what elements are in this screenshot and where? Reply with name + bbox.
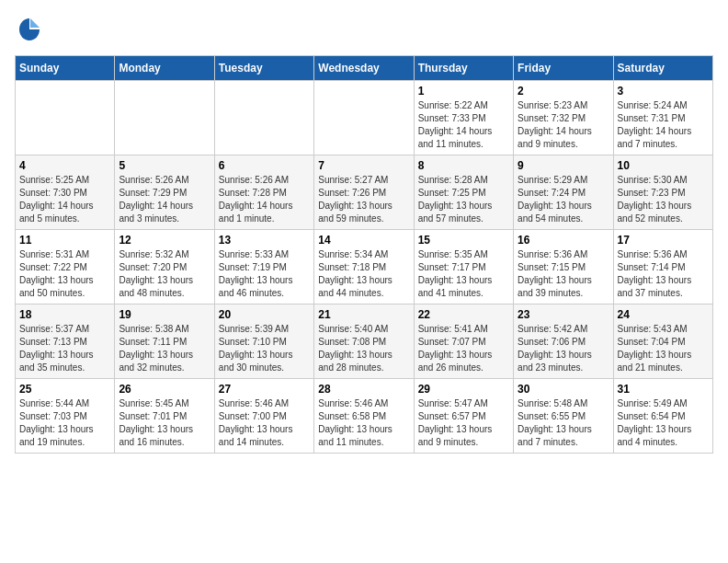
week-row-4: 18Sunrise: 5:37 AMSunset: 7:13 PMDayligh… xyxy=(16,304,713,379)
day-info: Sunrise: 5:39 AMSunset: 7:10 PMDaylight:… xyxy=(219,323,310,374)
day-info: Sunrise: 5:23 AMSunset: 7:32 PMDaylight:… xyxy=(518,99,609,151)
day-info: Sunrise: 5:26 AMSunset: 7:29 PMDaylight:… xyxy=(119,174,210,225)
day-number: 8 xyxy=(418,159,509,172)
day-number: 29 xyxy=(418,383,509,396)
day-info: Sunrise: 5:40 AMSunset: 7:08 PMDaylight:… xyxy=(318,323,409,374)
calendar-cell: 12Sunrise: 5:32 AMSunset: 7:20 PMDayligh… xyxy=(115,230,214,304)
day-info: Sunrise: 5:46 AMSunset: 6:58 PMDaylight:… xyxy=(318,397,409,449)
day-number: 7 xyxy=(318,159,409,172)
day-info: Sunrise: 5:43 AMSunset: 7:04 PMDaylight:… xyxy=(618,323,709,374)
day-info: Sunrise: 5:36 AMSunset: 7:14 PMDaylight:… xyxy=(618,248,709,300)
calendar-cell: 14Sunrise: 5:34 AMSunset: 7:18 PMDayligh… xyxy=(314,230,414,304)
day-number: 15 xyxy=(418,234,509,247)
day-info: Sunrise: 5:29 AMSunset: 7:24 PMDaylight:… xyxy=(518,174,609,225)
day-number: 17 xyxy=(618,234,709,247)
calendar-cell: 23Sunrise: 5:42 AMSunset: 7:06 PMDayligh… xyxy=(514,304,613,379)
day-number: 5 xyxy=(119,159,210,172)
day-number: 23 xyxy=(518,308,609,321)
day-number: 31 xyxy=(618,383,709,396)
day-info: Sunrise: 5:36 AMSunset: 7:15 PMDaylight:… xyxy=(518,248,609,300)
day-info: Sunrise: 5:37 AMSunset: 7:13 PMDaylight:… xyxy=(19,323,110,374)
calendar-cell: 4Sunrise: 5:25 AMSunset: 7:30 PMDaylight… xyxy=(16,155,115,230)
calendar-cell: 9Sunrise: 5:29 AMSunset: 7:24 PMDaylight… xyxy=(514,155,613,230)
day-info: Sunrise: 5:45 AMSunset: 7:01 PMDaylight:… xyxy=(119,397,210,449)
day-info: Sunrise: 5:38 AMSunset: 7:11 PMDaylight:… xyxy=(119,323,210,374)
logo xyxy=(15,15,48,44)
day-number: 9 xyxy=(518,159,609,172)
calendar-cell: 7Sunrise: 5:27 AMSunset: 7:26 PMDaylight… xyxy=(314,155,414,230)
day-info: Sunrise: 5:49 AMSunset: 6:54 PMDaylight:… xyxy=(618,397,709,449)
calendar-cell: 16Sunrise: 5:36 AMSunset: 7:15 PMDayligh… xyxy=(514,230,613,304)
calendar-cell: 11Sunrise: 5:31 AMSunset: 7:22 PMDayligh… xyxy=(16,230,115,304)
calendar-cell xyxy=(314,81,414,155)
calendar-cell: 26Sunrise: 5:45 AMSunset: 7:01 PMDayligh… xyxy=(115,379,214,454)
calendar-cell: 20Sunrise: 5:39 AMSunset: 7:10 PMDayligh… xyxy=(214,304,313,379)
calendar-cell: 8Sunrise: 5:28 AMSunset: 7:25 PMDaylight… xyxy=(414,155,513,230)
day-number: 30 xyxy=(518,383,609,396)
week-row-2: 4Sunrise: 5:25 AMSunset: 7:30 PMDaylight… xyxy=(16,155,713,230)
header-saturday: Saturday xyxy=(613,56,712,81)
day-number: 6 xyxy=(219,159,310,172)
calendar-cell: 13Sunrise: 5:33 AMSunset: 7:19 PMDayligh… xyxy=(214,230,313,304)
day-info: Sunrise: 5:26 AMSunset: 7:28 PMDaylight:… xyxy=(219,174,310,225)
header-tuesday: Tuesday xyxy=(214,56,313,81)
day-number: 26 xyxy=(119,383,210,396)
calendar-cell: 18Sunrise: 5:37 AMSunset: 7:13 PMDayligh… xyxy=(16,304,115,379)
day-number: 22 xyxy=(418,308,509,321)
calendar-cell: 2Sunrise: 5:23 AMSunset: 7:32 PMDaylight… xyxy=(514,81,613,155)
day-info: Sunrise: 5:28 AMSunset: 7:25 PMDaylight:… xyxy=(418,174,509,225)
header-wednesday: Wednesday xyxy=(314,56,414,81)
day-number: 4 xyxy=(19,159,110,172)
calendar-header-row: SundayMondayTuesdayWednesdayThursdayFrid… xyxy=(16,56,713,81)
day-info: Sunrise: 5:31 AMSunset: 7:22 PMDaylight:… xyxy=(19,248,110,300)
day-number: 10 xyxy=(618,159,709,172)
header-monday: Monday xyxy=(115,56,214,81)
day-info: Sunrise: 5:41 AMSunset: 7:07 PMDaylight:… xyxy=(418,323,509,374)
page-header xyxy=(15,15,713,44)
day-info: Sunrise: 5:24 AMSunset: 7:31 PMDaylight:… xyxy=(618,99,709,151)
calendar-table: SundayMondayTuesdayWednesdayThursdayFrid… xyxy=(15,55,713,454)
calendar-cell: 31Sunrise: 5:49 AMSunset: 6:54 PMDayligh… xyxy=(613,379,712,454)
logo-icon xyxy=(15,15,44,44)
calendar-cell xyxy=(214,81,313,155)
calendar-cell: 15Sunrise: 5:35 AMSunset: 7:17 PMDayligh… xyxy=(414,230,513,304)
day-number: 13 xyxy=(219,234,310,247)
calendar-cell: 6Sunrise: 5:26 AMSunset: 7:28 PMDaylight… xyxy=(214,155,313,230)
day-info: Sunrise: 5:42 AMSunset: 7:06 PMDaylight:… xyxy=(518,323,609,374)
day-number: 11 xyxy=(19,234,110,247)
day-info: Sunrise: 5:47 AMSunset: 6:57 PMDaylight:… xyxy=(418,397,509,449)
day-number: 16 xyxy=(518,234,609,247)
day-info: Sunrise: 5:44 AMSunset: 7:03 PMDaylight:… xyxy=(19,397,110,449)
day-number: 3 xyxy=(618,85,709,98)
day-info: Sunrise: 5:32 AMSunset: 7:20 PMDaylight:… xyxy=(119,248,210,300)
calendar-cell: 3Sunrise: 5:24 AMSunset: 7:31 PMDaylight… xyxy=(613,81,712,155)
day-number: 12 xyxy=(119,234,210,247)
calendar-cell xyxy=(16,81,115,155)
day-info: Sunrise: 5:30 AMSunset: 7:23 PMDaylight:… xyxy=(618,174,709,225)
calendar-cell: 29Sunrise: 5:47 AMSunset: 6:57 PMDayligh… xyxy=(414,379,513,454)
day-number: 2 xyxy=(518,85,609,98)
calendar-cell: 21Sunrise: 5:40 AMSunset: 7:08 PMDayligh… xyxy=(314,304,414,379)
calendar-cell: 17Sunrise: 5:36 AMSunset: 7:14 PMDayligh… xyxy=(613,230,712,304)
calendar-cell: 24Sunrise: 5:43 AMSunset: 7:04 PMDayligh… xyxy=(613,304,712,379)
calendar-cell: 25Sunrise: 5:44 AMSunset: 7:03 PMDayligh… xyxy=(16,379,115,454)
day-info: Sunrise: 5:33 AMSunset: 7:19 PMDaylight:… xyxy=(219,248,310,300)
day-number: 25 xyxy=(19,383,110,396)
day-info: Sunrise: 5:48 AMSunset: 6:55 PMDaylight:… xyxy=(518,397,609,449)
day-info: Sunrise: 5:35 AMSunset: 7:17 PMDaylight:… xyxy=(418,248,509,300)
calendar-cell: 28Sunrise: 5:46 AMSunset: 6:58 PMDayligh… xyxy=(314,379,414,454)
day-number: 28 xyxy=(318,383,409,396)
header-friday: Friday xyxy=(514,56,613,81)
day-number: 21 xyxy=(318,308,409,321)
calendar-cell: 5Sunrise: 5:26 AMSunset: 7:29 PMDaylight… xyxy=(115,155,214,230)
day-info: Sunrise: 5:27 AMSunset: 7:26 PMDaylight:… xyxy=(318,174,409,225)
day-number: 20 xyxy=(219,308,310,321)
header-sunday: Sunday xyxy=(16,56,115,81)
day-number: 24 xyxy=(618,308,709,321)
day-number: 18 xyxy=(19,308,110,321)
day-info: Sunrise: 5:34 AMSunset: 7:18 PMDaylight:… xyxy=(318,248,409,300)
week-row-1: 1Sunrise: 5:22 AMSunset: 7:33 PMDaylight… xyxy=(16,81,713,155)
day-info: Sunrise: 5:22 AMSunset: 7:33 PMDaylight:… xyxy=(418,99,509,151)
calendar-cell xyxy=(115,81,214,155)
week-row-3: 11Sunrise: 5:31 AMSunset: 7:22 PMDayligh… xyxy=(16,230,713,304)
